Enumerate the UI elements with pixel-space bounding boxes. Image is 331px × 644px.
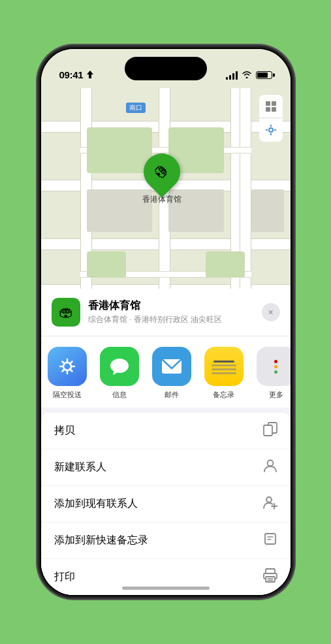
action-new-contact[interactable]: 新建联系人 bbox=[41, 449, 291, 486]
dot-red bbox=[274, 360, 277, 363]
status-time: 09:41 bbox=[59, 69, 94, 80]
stadium-marker[interactable]: 🏟 香港体育馆 bbox=[142, 153, 181, 205]
airdrop-icon bbox=[48, 347, 87, 386]
share-apps-row: 隔空投送 信息 bbox=[41, 336, 291, 408]
svg-rect-18 bbox=[265, 534, 276, 544]
notes-line-4 bbox=[212, 372, 236, 374]
action-add-notes-label: 添加到新快速备忘录 bbox=[54, 534, 148, 547]
action-print-label: 打印 bbox=[54, 570, 75, 584]
action-copy-label: 拷贝 bbox=[54, 424, 75, 438]
notes-label: 备忘录 bbox=[213, 390, 234, 400]
dot-green bbox=[274, 370, 277, 374]
add-notes-icon bbox=[263, 532, 277, 549]
copy-icon bbox=[263, 422, 277, 440]
share-app-messages[interactable]: 信息 bbox=[93, 347, 146, 400]
more-label: 更多 bbox=[269, 390, 283, 400]
bottom-sheet: 🏟 香港体育馆 综合体育馆 · 香港特别行政区 油尖旺区 × bbox=[41, 289, 291, 595]
svg-point-4 bbox=[269, 128, 273, 132]
venue-close-button[interactable]: × bbox=[262, 303, 280, 321]
share-app-notes[interactable]: 备忘录 bbox=[198, 347, 250, 400]
home-indicator bbox=[122, 587, 210, 590]
more-dots-icon bbox=[274, 360, 277, 374]
action-add-contact-label: 添加到现有联系人 bbox=[54, 497, 138, 511]
print-icon bbox=[263, 568, 277, 586]
svg-rect-3 bbox=[272, 107, 276, 112]
action-add-notes[interactable]: 添加到新快速备忘录 bbox=[41, 523, 291, 559]
map-type-button[interactable] bbox=[259, 95, 283, 118]
share-app-airdrop[interactable]: 隔空投送 bbox=[41, 347, 93, 400]
signal-bars-icon bbox=[226, 71, 238, 80]
venue-card: 🏟 香港体育馆 综合体育馆 · 香港特别行政区 油尖旺区 × bbox=[41, 289, 291, 336]
action-new-contact-label: 新建联系人 bbox=[54, 460, 106, 474]
svg-rect-22 bbox=[266, 577, 275, 582]
svg-point-15 bbox=[266, 497, 272, 502]
battery-icon bbox=[256, 71, 272, 79]
marker-pin-inner: 🏟 bbox=[147, 157, 177, 187]
venue-info: 香港体育馆 综合体育馆 · 香港特别行政区 油尖旺区 bbox=[88, 299, 254, 325]
add-contact-icon bbox=[263, 495, 277, 513]
mail-label: 邮件 bbox=[165, 390, 179, 400]
airdrop-label: 隔空投送 bbox=[53, 390, 82, 400]
svg-rect-0 bbox=[266, 101, 270, 106]
svg-rect-21 bbox=[266, 569, 275, 573]
marker-pin: 🏟 bbox=[136, 146, 187, 197]
venue-name: 香港体育馆 bbox=[88, 299, 254, 313]
location-button[interactable] bbox=[259, 118, 283, 142]
svg-rect-1 bbox=[272, 101, 276, 106]
share-app-more[interactable]: 更多 bbox=[250, 347, 291, 400]
more-icon bbox=[257, 347, 291, 386]
notes-line-2 bbox=[212, 364, 236, 366]
share-app-mail[interactable]: 邮件 bbox=[146, 347, 198, 400]
messages-icon bbox=[100, 347, 139, 386]
svg-rect-2 bbox=[266, 107, 270, 112]
action-copy[interactable]: 拷贝 bbox=[41, 413, 291, 449]
action-add-contact[interactable]: 添加到现有联系人 bbox=[41, 486, 291, 523]
venue-subtitle: 综合体育馆 · 香港特别行政区 油尖旺区 bbox=[88, 314, 254, 325]
action-list: 拷贝 新建联系人 bbox=[41, 413, 291, 595]
notes-icon bbox=[204, 347, 244, 386]
venue-logo: 🏟 bbox=[52, 298, 80, 327]
stadium-icon: 🏟 bbox=[151, 161, 173, 183]
wifi-icon bbox=[242, 70, 252, 80]
svg-marker-9 bbox=[87, 71, 93, 78]
notes-line-1 bbox=[213, 361, 234, 362]
dynamic-island bbox=[125, 57, 207, 80]
phone-frame: 南口 🏟 香港体育馆 bbox=[39, 46, 293, 598]
dot-orange bbox=[274, 365, 277, 368]
map-controls bbox=[259, 95, 283, 142]
phone-screen: 南口 🏟 香港体育馆 bbox=[41, 49, 291, 595]
svg-point-14 bbox=[267, 460, 273, 466]
new-contact-icon bbox=[263, 459, 277, 476]
south-entrance-label: 南口 bbox=[126, 103, 146, 113]
notes-line-3 bbox=[212, 368, 236, 370]
status-icons bbox=[226, 70, 272, 80]
messages-label: 信息 bbox=[112, 390, 127, 400]
svg-rect-13 bbox=[264, 425, 272, 436]
mail-icon bbox=[152, 347, 191, 386]
